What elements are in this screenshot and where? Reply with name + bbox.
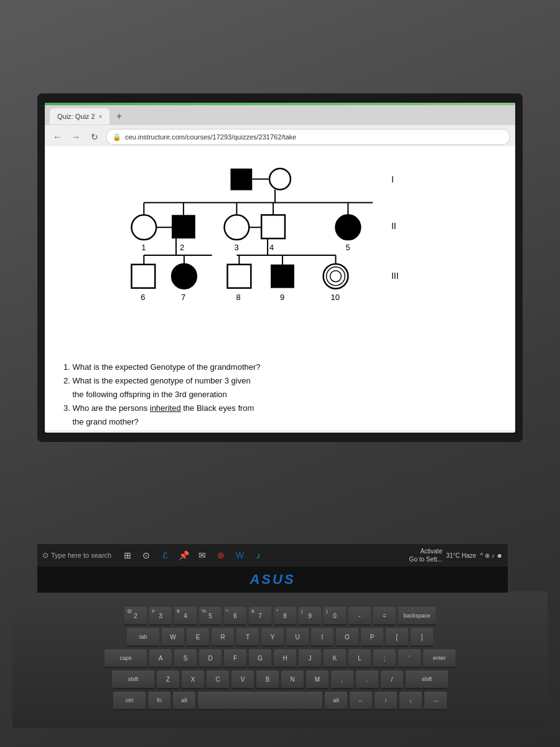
address-bar[interactable]: 🔒 ceu.instructure.com/courses/17293/quiz… <box>106 129 510 145</box>
chrome-icon[interactable]: ⊛ <box>212 547 230 564</box>
edge-icon[interactable]: ℰ <box>156 547 174 564</box>
key-s[interactable]: S <box>174 649 197 668</box>
gen3-member10-inner2 <box>330 271 342 282</box>
alt-key[interactable]: alt <box>173 692 195 710</box>
lock-icon: 🔒 <box>113 133 121 141</box>
key-c[interactable]: C <box>207 670 229 689</box>
key-u[interactable]: U <box>286 628 309 647</box>
key-w[interactable]: W <box>162 628 184 647</box>
alt-right-key[interactable]: alt <box>325 692 347 710</box>
pin-icon[interactable]: 📌 <box>175 547 192 564</box>
key-n[interactable]: N <box>281 670 304 689</box>
gen2-label: II <box>391 221 396 231</box>
question3: 3. Who are the persons inherited the Bla… <box>63 402 497 415</box>
key-i[interactable]: I <box>311 628 334 647</box>
question3b: the grand mother? <box>63 415 497 429</box>
word-icon[interactable]: W <box>231 547 248 564</box>
shift-left-key[interactable]: shift <box>112 670 154 689</box>
enter-key[interactable]: enter <box>423 649 455 668</box>
key-g[interactable]: G <box>249 649 271 668</box>
key-bracket-close[interactable]: ] <box>411 628 433 647</box>
ctrl-key[interactable]: ctrl <box>113 692 146 710</box>
key-x[interactable]: X <box>182 670 204 689</box>
key-o[interactable]: O <box>336 628 358 647</box>
space-key[interactable] <box>198 692 322 710</box>
forward-button[interactable]: → <box>68 129 83 144</box>
key-e[interactable]: E <box>187 628 209 647</box>
key-slash[interactable]: / <box>381 670 403 689</box>
keyboard: @2 #3 $4 %5 ^6 &7 *8 (9 )0 - = backspace… <box>50 607 510 716</box>
tab-close-button[interactable]: × <box>99 113 103 120</box>
key-bracket-open[interactable]: [ <box>386 628 408 647</box>
shift-right-key[interactable]: shift <box>406 670 448 689</box>
key-t[interactable]: T <box>236 628 259 647</box>
key-j[interactable]: J <box>299 649 321 668</box>
key-b[interactable]: B <box>256 670 279 689</box>
active-tab[interactable]: Quiz: Quiz 2 × <box>50 108 110 125</box>
gen2-member2 <box>172 215 195 238</box>
key-d[interactable]: D <box>199 649 222 668</box>
back-button[interactable]: ← <box>50 129 65 144</box>
key-2[interactable]: @2 <box>124 607 147 626</box>
arrow-right-key[interactable]: → <box>424 692 447 710</box>
arrow-down-key[interactable]: ↓ <box>399 692 422 710</box>
gen1-grandmother <box>269 169 291 190</box>
system-tray: ^ ⊕ ♪ ☻ <box>480 552 503 559</box>
tab-label: Quiz: Quiz 2 <box>57 113 95 120</box>
key-5[interactable]: %5 <box>199 607 222 626</box>
key-m[interactable]: M <box>306 670 329 689</box>
key-comma[interactable]: , <box>331 670 353 689</box>
gen3-member9 <box>271 265 294 288</box>
key-row-4: shift Z X C V B N M , . / shift <box>50 670 510 689</box>
search-text: Type here to search <box>51 552 111 559</box>
tab-key[interactable]: tab <box>127 628 159 647</box>
question2: 2. What is the expected genotype of numb… <box>63 374 497 388</box>
question2b: the following offspring in the 3rd gener… <box>63 388 497 402</box>
mail-icon[interactable]: ✉ <box>194 547 211 564</box>
key-0[interactable]: )0 <box>324 607 346 626</box>
key-v[interactable]: V <box>231 670 254 689</box>
key-l[interactable]: L <box>348 649 371 668</box>
refresh-button[interactable]: ↻ <box>87 129 102 144</box>
laptop-screen: Quiz: Quiz 2 × + ← → ↻ 🔒 ceu.instructure… <box>45 103 515 433</box>
key-h[interactable]: H <box>274 649 296 668</box>
label4: 4 <box>269 243 274 252</box>
start-button[interactable]: ⊞ <box>119 547 136 564</box>
backspace-key[interactable]: backspace <box>398 607 436 626</box>
key-3[interactable]: #3 <box>149 607 172 626</box>
arrow-up-key[interactable]: ↑ <box>375 692 397 710</box>
question1: 1. What is the expected Genotype of the … <box>63 360 497 374</box>
search-button[interactable]: ⊙ <box>138 547 155 564</box>
key-y[interactable]: Y <box>261 628 284 647</box>
key-k[interactable]: K <box>324 649 346 668</box>
taskbar-search: ⊙ Type here to search <box>42 551 111 560</box>
questions-area: 1. What is the expected Genotype of the … <box>45 354 515 430</box>
key-8[interactable]: *8 <box>274 607 296 626</box>
key-equals[interactable]: = <box>373 607 396 626</box>
key-f[interactable]: F <box>224 649 246 668</box>
key-period[interactable]: . <box>356 670 378 689</box>
arrow-left-key[interactable]: ← <box>350 692 372 710</box>
fn-key[interactable]: fn <box>148 692 170 710</box>
key-semicolon[interactable]: ; <box>373 649 396 668</box>
key-7[interactable]: &7 <box>249 607 271 626</box>
key-9[interactable]: (9 <box>299 607 321 626</box>
key-row-2: tab W E R T Y U I O P [ ] <box>50 628 510 647</box>
key-a[interactable]: A <box>149 649 172 668</box>
inherited-word: inherited <box>150 403 181 413</box>
gen3-label: III <box>391 271 399 281</box>
label5: 5 <box>345 243 350 252</box>
key-r[interactable]: R <box>212 628 234 647</box>
new-tab-button[interactable]: + <box>112 110 126 123</box>
key-4[interactable]: $4 <box>174 607 197 626</box>
key-6[interactable]: ^6 <box>224 607 246 626</box>
browser-controls: ← → ↻ 🔒 ceu.instructure.com/courses/1729… <box>45 125 515 149</box>
asus-logo-area: ASUS <box>37 566 508 593</box>
key-p[interactable]: P <box>361 628 383 647</box>
key-quote[interactable]: ' <box>398 649 421 668</box>
caps-key[interactable]: caps <box>105 649 147 668</box>
key-row-3: caps A S D F G H J K L ; ' enter <box>50 649 510 668</box>
key-z[interactable]: Z <box>157 670 179 689</box>
key-minus[interactable]: - <box>348 607 371 626</box>
spotify-icon[interactable]: ♪ <box>250 547 267 564</box>
